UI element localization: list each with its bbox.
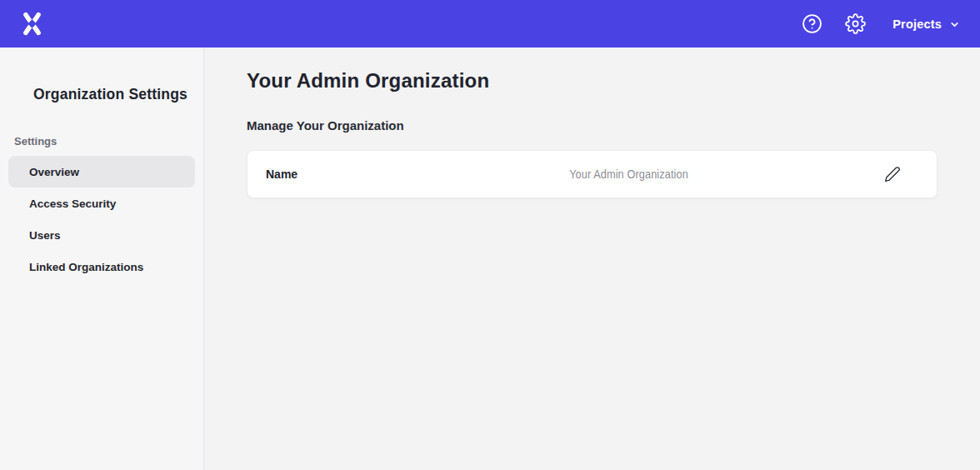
topbar: Projects bbox=[0, 0, 980, 48]
page-body: Organization Settings Settings Overview … bbox=[0, 48, 980, 470]
sidebar-item-label: Linked Organizations bbox=[29, 261, 143, 273]
sidebar-item-overview[interactable]: Overview bbox=[8, 156, 195, 188]
sidebar-item-users[interactable]: Users bbox=[8, 219, 195, 251]
sidebar-item-label: Users bbox=[29, 229, 61, 242]
pencil-icon[interactable] bbox=[883, 165, 902, 183]
sidebar-item-label: Overview bbox=[29, 166, 79, 178]
sidebar-item-linked-organizations[interactable]: Linked Organizations bbox=[8, 251, 195, 282]
brand-logo-icon[interactable] bbox=[20, 12, 43, 37]
gear-icon[interactable] bbox=[844, 13, 866, 35]
help-circle-icon[interactable] bbox=[801, 13, 822, 35]
projects-dropdown[interactable]: Projects bbox=[892, 18, 960, 31]
sidebar-item-access-security[interactable]: Access Security bbox=[8, 188, 195, 219]
section-title: Manage Your Organization bbox=[247, 118, 938, 132]
chevron-down-icon bbox=[949, 18, 960, 30]
main-content: Your Admin Organization Manage Your Orga… bbox=[204, 48, 980, 470]
page-title: Your Admin Organization bbox=[247, 69, 938, 92]
sidebar-title: Organization Settings bbox=[33, 86, 203, 103]
sidebar-item-label: Access Security bbox=[29, 198, 116, 210]
topbar-actions: Projects bbox=[801, 13, 960, 35]
organization-name-row: Name Your Admin Organization bbox=[247, 150, 938, 198]
sidebar-nav: Overview Access Security Users Linked Or… bbox=[0, 156, 203, 282]
organization-name-value: Your Admin Organization bbox=[405, 168, 853, 181]
name-label: Name bbox=[266, 168, 374, 181]
projects-dropdown-label: Projects bbox=[892, 18, 942, 31]
sidebar: Organization Settings Settings Overview … bbox=[0, 48, 204, 470]
sidebar-section-label: Settings bbox=[14, 135, 203, 148]
